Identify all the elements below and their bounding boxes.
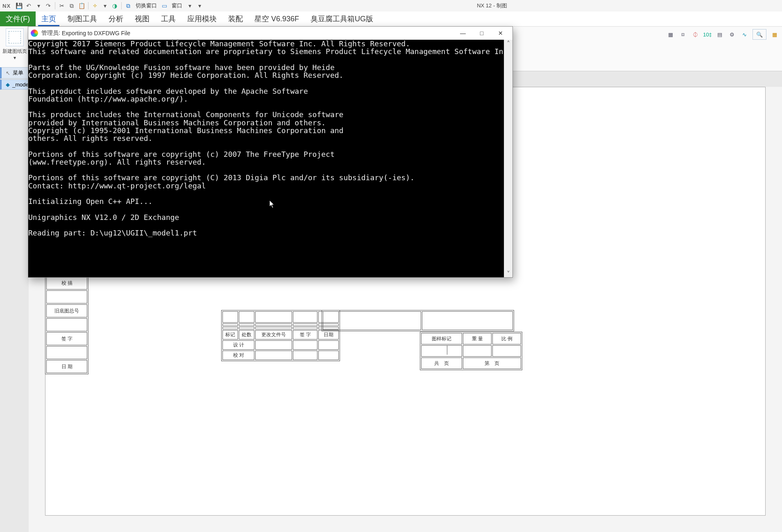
separator — [55, 2, 55, 9]
ribbon-tool-2-icon[interactable]: ⧈ — [679, 30, 687, 38]
window-dropdown-icon[interactable]: ▾ — [186, 2, 194, 10]
tab-assembly[interactable]: 装配 — [222, 11, 249, 26]
console-scrollbar[interactable]: ˄ ˅ — [504, 40, 512, 277]
ribbon-gear-icon[interactable]: ⚙ — [728, 30, 736, 38]
tb-date: 日期 — [318, 330, 339, 340]
ribbon-extra-icon[interactable]: ▦ — [771, 30, 779, 38]
tab-choudoufu[interactable]: 臭豆腐工具箱UG版 — [305, 11, 379, 26]
ribbon-tool-3-icon[interactable]: ⏀ — [691, 30, 699, 38]
qat-overflow-icon[interactable]: ▾ — [195, 2, 204, 10]
new-sheet-dropdown-icon[interactable]: ▾ — [14, 55, 16, 61]
tab-xingkong[interactable]: 星空 V6.936F — [249, 11, 305, 26]
minimize-button[interactable]: — — [453, 27, 472, 39]
model-icon: ◆ — [6, 81, 10, 88]
tab-analysis[interactable]: 分析 — [103, 11, 129, 26]
left-nav-menu-label: 菜单 — [13, 69, 23, 77]
tab-home[interactable]: 主页 — [36, 11, 62, 26]
menubar: 文件(F) 主页 制图工具 分析 视图 工具 应用模块 装配 星空 V6.936… — [0, 11, 782, 27]
separator — [88, 2, 88, 9]
new-sheet-label: 新建图纸页 — [2, 48, 27, 55]
ribbon-tool-4-icon[interactable]: 10‡ — [703, 30, 712, 38]
console-titlebar[interactable]: 管理员: Exporting to DXFDWG File — □ ✕ — [28, 27, 512, 40]
ribbon-tool-5-icon[interactable]: ▤ — [716, 30, 724, 38]
separator — [121, 2, 122, 9]
tb-spec: 图样标记 — [421, 333, 462, 344]
tb-gong: 共 — [434, 360, 439, 366]
tb-check: 校 对 — [222, 351, 254, 360]
paste-icon[interactable]: 📋 — [77, 2, 86, 10]
tb-change: 更改文件号 — [255, 330, 292, 340]
left-nav-model-label: _mode — [12, 81, 29, 88]
console-body: Copyright 2017 Siemens Product Lifecycle… — [28, 40, 512, 277]
command-finder-dropdown-icon[interactable]: ▾ — [101, 2, 109, 10]
switch-window-label[interactable]: 切换窗口 — [136, 2, 157, 9]
cursor-select-icon: ↖ — [6, 70, 10, 76]
switch-window-icon[interactable]: ⧉ — [124, 2, 132, 10]
scroll-down-icon[interactable]: ˅ — [504, 270, 512, 277]
scroll-up-icon[interactable]: ˄ — [504, 40, 512, 47]
tb-di: 第 — [485, 360, 490, 366]
maximize-button[interactable]: □ — [472, 27, 491, 39]
tb-scale: 比 例 — [492, 333, 521, 344]
close-button[interactable]: ✕ — [491, 27, 510, 39]
tb-design: 设 计 — [222, 340, 254, 350]
app-title: NX 12 - 制图 — [477, 2, 507, 9]
tb-ye1: 页 — [444, 360, 449, 366]
titleblock-left: 校 描 旧底图总号 签 字 日 期 — [45, 275, 88, 374]
save-icon[interactable]: 💾 — [15, 2, 23, 10]
ribbon-right-tools: ▦ ⧈ ⏀ 10‡ ▤ ⚙ ∿ 🔍 ▦ — [666, 28, 780, 41]
console-output[interactable]: Copyright 2017 Siemens Product Lifecycle… — [28, 40, 504, 277]
tb-weight: 重 量 — [463, 333, 492, 344]
undo-icon[interactable]: ↶ — [25, 2, 33, 10]
window-icon[interactable]: ▭ — [160, 2, 168, 10]
app-brand: NX — [2, 3, 11, 9]
quick-access-toolbar: NX 💾 ↶ ▾ ↷ ✂ ⧉ 📋 ✧ ▾ ◑ ⧉ 切换窗口 ▭ 窗口 ▾ ▾ N… — [0, 0, 782, 11]
tab-tools[interactable]: 工具 — [155, 11, 181, 26]
tb-sign: 签 字 — [293, 330, 317, 340]
console-title: Exporting to DXFDWG File — [62, 30, 130, 36]
file-menu[interactable]: 文件(F) — [0, 11, 36, 26]
ribbon-search-icon[interactable]: 🔍 — [753, 29, 766, 40]
tab-view[interactable]: 视图 — [129, 11, 155, 26]
cut-icon[interactable]: ✂ — [58, 2, 66, 10]
console-title-prefix: 管理员: — [41, 29, 60, 37]
titleblock-right: 图样标记 重 量 比 例 共 页 第 页 — [420, 332, 522, 370]
ribbon-tool-1-icon[interactable]: ▦ — [666, 30, 675, 38]
console-window: 管理员: Exporting to DXFDWG File — □ ✕ Copy… — [28, 26, 513, 278]
touch-mode-icon[interactable]: ◑ — [111, 2, 119, 10]
command-finder-icon[interactable]: ✧ — [91, 2, 99, 10]
undo-dropdown-icon[interactable]: ▾ — [34, 2, 43, 10]
new-sheet-icon[interactable] — [6, 28, 24, 46]
tab-drafting-tools[interactable]: 制图工具 — [62, 11, 103, 26]
tab-application[interactable]: 应用模块 — [181, 11, 222, 26]
tb-count: 处数 — [239, 330, 254, 340]
titleblock-left-row2: 旧底图总号 — [46, 304, 87, 317]
ribbon-wave-icon[interactable]: ∿ — [740, 30, 748, 38]
tb-mark: 标记 — [222, 330, 238, 340]
console-app-icon — [31, 29, 38, 37]
titleblock-left-row4: 日 期 — [46, 360, 87, 373]
titleblock-left-row3: 签 字 — [46, 332, 87, 345]
ribbon-group-new-sheet[interactable]: 新建图纸页 ▾ — [2, 28, 27, 61]
copy-icon[interactable]: ⧉ — [68, 2, 76, 10]
redo-icon[interactable]: ↷ — [44, 2, 52, 10]
titleblock-left-row1: 校 描 — [46, 276, 87, 290]
tb-ye2: 页 — [494, 360, 499, 366]
window-menu-label[interactable]: 窗口 — [172, 2, 182, 9]
titleblock-upper-right — [322, 310, 514, 331]
